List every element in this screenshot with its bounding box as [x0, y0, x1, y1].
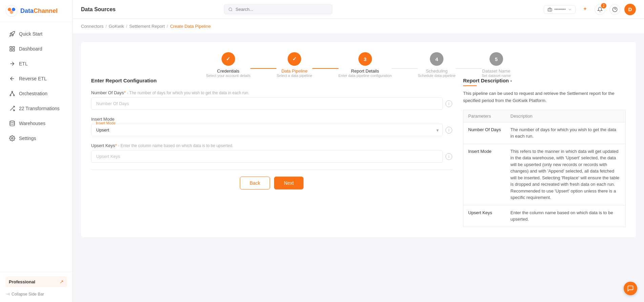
form-group-insert-mode: Insert Mode Insert Mode Upsert Append Re…	[91, 117, 452, 136]
svg-rect-7	[13, 49, 15, 51]
step-scheduling: 4 Scheduling Schedule data pipeline	[418, 52, 455, 78]
table-row: Insert Mode This refers to the manner in…	[463, 144, 626, 205]
header-actions: •••••••• 2 D	[544, 4, 636, 15]
params-col-header: Parameters	[463, 110, 506, 122]
report-description-column: Report Description - This pipeline can b…	[463, 78, 626, 227]
svg-rect-5	[13, 46, 15, 48]
step-circle-1: ✓	[222, 52, 235, 66]
briefcase-icon	[547, 7, 552, 12]
sidebar-item-orchestration[interactable]: Orchestration	[3, 86, 70, 101]
sidebar-item-transformations[interactable]: 22 Transformations	[3, 101, 70, 116]
form-buttons: Back Next	[91, 177, 452, 189]
upsert-keys-info-icon[interactable]: i	[445, 153, 452, 160]
step-credentials: ✓ Credentials Select your account detail…	[206, 52, 250, 78]
sidebar-item-warehouses[interactable]: Warehouses	[3, 116, 70, 130]
workspace-selector[interactable]: ••••••••	[544, 5, 576, 14]
step-circle-2: ✓	[288, 52, 301, 66]
notification-badge: 2	[601, 3, 606, 8]
transformations-icon	[9, 105, 16, 112]
collapse-sidebar-button[interactable]: ⊣ Collapse Side Bar	[5, 290, 67, 298]
sidebar-item-label: Dashboard	[19, 46, 42, 52]
insert-mode-select[interactable]: Upsert Append Replace	[91, 124, 443, 136]
table-row: Number Of Days The number of days for wh…	[463, 122, 626, 144]
sidebar-item-label: Settings	[19, 136, 36, 141]
sidebar-item-settings[interactable]: Settings	[3, 131, 70, 145]
step-dataset-name: 5 Dataset Name Set dataset name	[482, 52, 511, 78]
avatar[interactable]: D	[624, 4, 636, 15]
number-of-days-info-icon[interactable]: i	[445, 100, 452, 107]
svg-line-11	[11, 92, 12, 95]
etl-icon	[9, 60, 16, 67]
table-row: Upsert Keys Enter the column name based …	[463, 205, 626, 227]
step-sublabel-5: Set dataset name	[482, 74, 511, 78]
search-icon	[228, 7, 233, 12]
logo-icon	[5, 5, 18, 17]
sidebar-item-label: Orchestration	[19, 91, 47, 96]
step-connector-1	[250, 68, 276, 69]
help-button[interactable]	[609, 4, 620, 15]
back-button[interactable]: Back	[240, 177, 270, 189]
field-label-insert-mode: Insert Mode	[91, 117, 452, 122]
param-desc-cell: Enter the column name based on which dat…	[506, 205, 626, 227]
form-group-number-of-days: Number Of Days* - The number of days for…	[91, 90, 452, 110]
professional-label: Professional	[9, 279, 35, 284]
help-icon	[612, 7, 618, 12]
breadcrumb-connectors[interactable]: Connectors	[81, 24, 103, 29]
notification-button[interactable]: 2	[595, 4, 605, 15]
svg-point-16	[12, 138, 13, 139]
two-column-layout: Enter Report Configuration Number Of Day…	[91, 78, 626, 227]
step-circle-5: 5	[490, 52, 503, 66]
sidebar-item-quick-start[interactable]: Quick Start	[3, 27, 70, 41]
insert-mode-input-row: Insert Mode Upsert Append Replace ▾ i	[91, 124, 452, 136]
chat-support-button[interactable]	[624, 282, 637, 295]
svg-line-18	[231, 10, 232, 11]
sidebar-item-dashboard[interactable]: Dashboard	[3, 42, 70, 56]
sidebar-item-label: 22 Transformations	[19, 106, 60, 111]
sidebar-item-label: ETL	[19, 61, 28, 66]
chat-icon	[627, 285, 634, 292]
report-underline	[463, 85, 477, 86]
insert-mode-select-wrapper: Insert Mode Upsert Append Replace ▾	[91, 124, 443, 136]
sidebar: DataChannel Quick Start Dashboard	[0, 0, 73, 302]
param-desc-cell: This refers to the manner in which data …	[506, 144, 626, 205]
sidebar-nav: Quick Start Dashboard ETL	[0, 22, 72, 272]
description-col-header: Description	[506, 110, 626, 122]
rocket-icon	[9, 31, 16, 37]
form-divider	[91, 169, 452, 170]
step-report-details: 3 Report Details Enter data pipeline con…	[338, 52, 392, 78]
sidebar-item-label: Warehouses	[19, 121, 45, 126]
param-name-cell: Insert Mode	[463, 144, 506, 205]
upsert-keys-input[interactable]	[91, 150, 443, 163]
search-bar[interactable]	[224, 4, 332, 14]
svg-point-1	[8, 8, 11, 11]
header: Data Sources •••••••• 2	[73, 0, 644, 19]
logo: DataChannel	[0, 0, 72, 22]
insert-mode-info-icon[interactable]: i	[445, 127, 452, 134]
warehouses-icon	[9, 120, 16, 127]
breadcrumb-current: Create Data Pipeline	[170, 24, 211, 29]
sidebar-item-etl[interactable]: ETL	[3, 57, 70, 71]
step-sublabel-2: Select a data pipeline	[276, 74, 312, 78]
search-input[interactable]	[235, 7, 328, 12]
svg-rect-6	[10, 49, 12, 51]
step-label-5: Dataset Name	[482, 68, 510, 74]
breadcrumb-gokwik[interactable]: GoKwik	[109, 24, 124, 29]
collapse-label: Collapse Side Bar	[12, 292, 44, 297]
step-circle-3: 3	[358, 52, 372, 66]
report-description-text: This pipeline can be used to request and…	[463, 90, 626, 104]
number-of-days-input[interactable]	[91, 97, 443, 110]
field-label-upsert-keys: Upsert Keys* - Enter the column name bas…	[91, 143, 452, 148]
svg-point-8	[12, 91, 13, 92]
step-connector-2	[312, 68, 338, 69]
step-sublabel-4: Schedule data pipeline	[418, 74, 455, 78]
next-button[interactable]: Next	[274, 177, 304, 189]
breadcrumb-settlement-report[interactable]: Settlement Report	[129, 24, 165, 29]
professional-badge[interactable]: Professional ↗	[5, 276, 67, 287]
content-card: ✓ Credentials Select your account detail…	[81, 42, 636, 237]
step-data-pipeline: ✓ Data Pipeline Select a data pipeline	[276, 52, 312, 78]
param-name-cell: Number Of Days	[463, 122, 506, 144]
step-sublabel-3: Enter data pipeline configuration	[338, 74, 392, 78]
sidebar-item-reverse-etl[interactable]: Reverse ETL	[3, 72, 70, 86]
svg-point-9	[10, 95, 11, 96]
sparkle-button[interactable]	[580, 4, 590, 15]
